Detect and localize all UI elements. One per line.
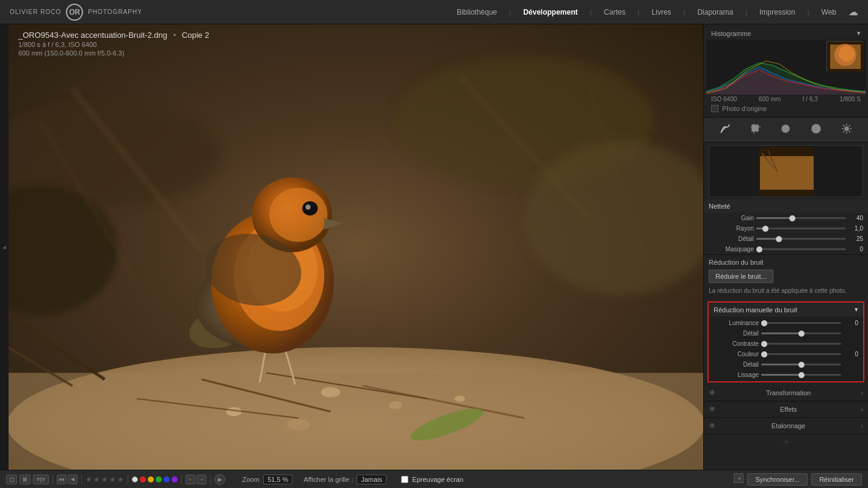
window-btn-grid[interactable]: ⊞ bbox=[20, 475, 31, 484]
nav-impression[interactable]: Impression bbox=[759, 8, 795, 16]
tone-curve-icon[interactable] bbox=[718, 121, 732, 138]
grid-value[interactable]: Jamais bbox=[356, 475, 386, 484]
masking-icon[interactable] bbox=[809, 121, 823, 138]
crop-icon[interactable] bbox=[748, 121, 763, 138]
svg-point-43 bbox=[839, 46, 855, 62]
decorative-ornament: ❧ bbox=[704, 434, 868, 449]
color-dot-yellow[interactable] bbox=[148, 476, 154, 483]
gain-slider[interactable] bbox=[756, 217, 846, 219]
color-dot-blue[interactable] bbox=[164, 476, 170, 483]
star-4[interactable]: ★ bbox=[109, 475, 116, 484]
histogram-focal: 600 mm bbox=[759, 96, 781, 102]
nav-developpement[interactable]: Développement bbox=[523, 8, 577, 16]
star-3[interactable]: ★ bbox=[101, 475, 108, 484]
rayon-slider[interactable] bbox=[756, 228, 846, 229]
masquage-label: Masquage bbox=[711, 246, 754, 253]
synchronize-button[interactable]: Synchroniser... bbox=[747, 473, 808, 486]
histogram-dropdown-icon[interactable]: ▾ bbox=[857, 29, 861, 37]
color-dot-red[interactable] bbox=[140, 476, 146, 483]
luminance-slider[interactable] bbox=[761, 322, 841, 324]
etalonnage-arrow: › bbox=[861, 422, 863, 429]
lum-detail-row: Détail bbox=[709, 328, 863, 339]
svg-point-14 bbox=[455, 395, 465, 402]
nav-livres[interactable]: Livres bbox=[652, 8, 671, 16]
effects-title: Effets bbox=[780, 406, 797, 413]
window-btn-YY[interactable]: Y|Y bbox=[33, 475, 49, 484]
crop-preview-image bbox=[759, 147, 814, 196]
etalonnage-title: Etalonnage bbox=[772, 422, 806, 429]
color-dot-green[interactable] bbox=[156, 476, 162, 483]
star-2[interactable]: ★ bbox=[93, 475, 100, 484]
nav-prev[interactable]: ◄ bbox=[68, 475, 78, 484]
star-1[interactable]: ★ bbox=[85, 475, 92, 484]
manual-noise-section: Réduction manuelle du bruit ▾ Luminance … bbox=[707, 301, 864, 382]
healing-icon[interactable] bbox=[778, 121, 793, 138]
manual-noise-header[interactable]: Réduction manuelle du bruit ▾ bbox=[709, 303, 863, 317]
forward-btn[interactable]: → bbox=[197, 475, 206, 484]
couleur-value: 0 bbox=[844, 351, 858, 357]
transformation-arrow: › bbox=[861, 389, 863, 396]
photo-area: _ORO9543-Avec accentuation-Bruit-2.dng •… bbox=[9, 24, 703, 470]
lissage-slider[interactable] bbox=[761, 374, 841, 376]
transformation-section[interactable]: 👁 Transformation › bbox=[704, 385, 868, 401]
effects-eye-icon[interactable]: 👁 bbox=[709, 405, 716, 414]
nav-web[interactable]: Web bbox=[822, 8, 836, 16]
photo-origin-checkbox[interactable] bbox=[711, 105, 718, 112]
grid-area: Afficher la grille : Jamais bbox=[303, 475, 386, 484]
cloud-icon: ☁ bbox=[848, 6, 858, 18]
sharpness-header[interactable]: Netteté bbox=[704, 199, 868, 213]
nav-bibliotheque[interactable]: Bibliothèque bbox=[457, 8, 497, 16]
back-forward-arrows: ← → bbox=[186, 475, 206, 484]
effects-icons: 👁 bbox=[709, 405, 716, 414]
masquage-slider[interactable] bbox=[756, 248, 846, 250]
histogram-section: Histogramme ▾ bbox=[704, 24, 868, 117]
nav-prev-prev[interactable]: ⏮ bbox=[57, 475, 67, 484]
rayon-row: Rayon 1,0 bbox=[704, 223, 868, 234]
couleur-slider[interactable] bbox=[761, 353, 841, 355]
right-panel: Histogramme ▾ bbox=[703, 24, 868, 470]
sync-area: ◄ Synchroniser... Réinitialiser bbox=[734, 473, 862, 486]
nav-diaporama[interactable]: Diaporama bbox=[697, 8, 733, 16]
sharpness-title: Netteté bbox=[709, 203, 730, 210]
detail-row: Détail 25 bbox=[704, 234, 868, 244]
contrast-label: Contraste bbox=[716, 340, 759, 347]
rayon-value: 1,0 bbox=[848, 225, 863, 232]
panel-toggle-left[interactable]: ◄ bbox=[734, 473, 743, 483]
top-navigation: OLIVIER ROCO OR PHOTOGRAPHY Bibliothèque… bbox=[0, 0, 868, 24]
window-btn-square[interactable]: ▢ bbox=[6, 475, 17, 484]
etalonnage-section[interactable]: 👁 Etalonnage › bbox=[704, 418, 868, 434]
nav-cartes[interactable]: Cartes bbox=[604, 8, 625, 16]
epreuvage-checkbox[interactable] bbox=[401, 476, 408, 483]
color-dot-white[interactable] bbox=[132, 476, 138, 483]
etalonnage-eye-icon[interactable]: 👁 bbox=[709, 422, 716, 430]
sharpness-section: Netteté Gain 40 Rayon 1,0 bbox=[704, 199, 868, 255]
noise-reduction-section: Réduction du bruit Réduire le bruit... L… bbox=[704, 255, 868, 299]
contrast-row: Contraste bbox=[709, 339, 863, 349]
histogram-title: Histogramme bbox=[711, 30, 751, 37]
logo-area: OLIVIER ROCO OR PHOTOGRAPHY bbox=[10, 4, 142, 21]
play-button[interactable]: ▶ bbox=[214, 474, 225, 485]
transformation-title: Transformation bbox=[766, 389, 811, 396]
histogram-speed: 1/800 S bbox=[840, 96, 861, 102]
back-btn[interactable]: ← bbox=[186, 475, 195, 484]
tool-icons-row bbox=[704, 117, 868, 143]
photo-copy: Copie 2 bbox=[182, 30, 209, 40]
detail-slider[interactable] bbox=[756, 238, 846, 240]
couleur-detail-slider[interactable] bbox=[761, 364, 841, 365]
photo-origin-check: Photo d'origine bbox=[706, 104, 866, 115]
reduce-noise-button[interactable]: Réduire le bruit... bbox=[709, 270, 773, 283]
reset-button[interactable]: Réinitialiser bbox=[811, 473, 862, 486]
transformation-eye-icon[interactable]: 👁 bbox=[709, 389, 716, 397]
lum-detail-slider[interactable] bbox=[761, 332, 841, 334]
star-5[interactable]: ★ bbox=[117, 475, 124, 484]
left-panel-toggle[interactable]: ◄ bbox=[0, 24, 9, 470]
settings-icon[interactable] bbox=[839, 121, 854, 138]
photo-container bbox=[9, 24, 703, 470]
photo-meta-line2: 600 mm (150.0-600.0 mm f/5.0-6.3) bbox=[18, 49, 209, 57]
contrast-slider[interactable] bbox=[761, 343, 841, 345]
effects-section[interactable]: 👁 Effets › bbox=[704, 401, 868, 418]
masquage-row: Masquage 0 bbox=[704, 244, 868, 254]
noise-applied-text: La réduction du bruit a été appliquée à … bbox=[709, 287, 863, 295]
zoom-value[interactable]: 51,5 % bbox=[263, 475, 292, 484]
color-dot-purple[interactable] bbox=[172, 476, 178, 483]
